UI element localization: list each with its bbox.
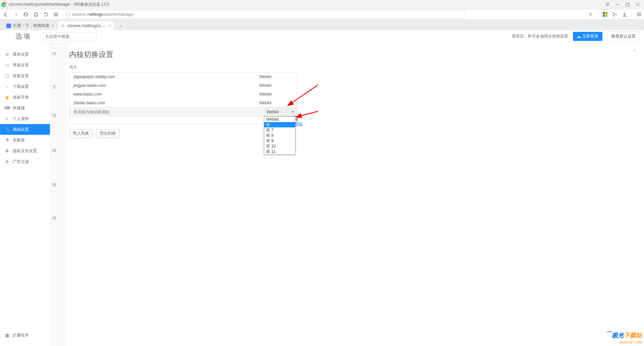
- add-rule-input[interactable]: [69, 108, 264, 116]
- shield-icon: ⊕: [5, 149, 9, 153]
- scissors-icon[interactable]: [612, 12, 618, 17]
- settings-page-title: 选项: [15, 32, 32, 41]
- sidebar-item-advanced[interactable]: 🔧高级设置: [0, 124, 50, 135]
- annotation-arrow-2: [298, 109, 321, 118]
- favicon-baidu: [6, 23, 11, 28]
- section-labels-strip: 内 安 隐 网 网 网: [50, 43, 66, 346]
- engine-option[interactable]: IE 8: [264, 133, 295, 138]
- svg-rect-1: [607, 5, 608, 6]
- panel-title: 内核切换设置: [69, 50, 297, 60]
- rule-row[interactable]: zhidao.baidu.comWebkit: [69, 99, 297, 107]
- flash-icon[interactable]: [588, 12, 593, 17]
- nav-reload-button[interactable]: [23, 11, 29, 17]
- sidebar-item-tabs[interactable]: ▢标签设置: [0, 70, 50, 81]
- sidebar-item-extensions[interactable]: ▦扩展程序: [0, 330, 50, 341]
- svg-rect-3: [626, 3, 629, 6]
- settings-search[interactable]: [43, 33, 97, 41]
- rule-row[interactable]: www.baidu.comWebkit: [69, 90, 297, 99]
- nav-favorite-button[interactable]: [53, 11, 59, 17]
- window-close-button[interactable]: [633, 0, 643, 9]
- settings-header: 选项 登录后，即可多端同步您的设置 立即登录 恢复默认设置: [0, 30, 644, 43]
- nav-home-button[interactable]: [33, 11, 39, 17]
- address-url: chrome://settings/switcherManage: [72, 12, 133, 17]
- svg-point-13: [62, 25, 63, 26]
- address-bar[interactable]: chrome://settings/switcherManage: [63, 10, 466, 18]
- import-list-button[interactable]: 导入列表: [69, 129, 93, 138]
- nav-forward-button[interactable]: [13, 11, 19, 17]
- login-button[interactable]: 立即登录: [573, 32, 602, 41]
- table-footer-row: [69, 116, 297, 124]
- tab-settings[interactable]: chrome://settings/switcherM ×: [57, 21, 114, 30]
- engine-dropdown-menu: Webkit IE IE 7 IE 8 IE 9 IE 10 IE 11: [264, 116, 296, 155]
- window-minimize-button[interactable]: [612, 0, 623, 9]
- tab-icon: ▢: [5, 73, 9, 78]
- main-area: ◎基本设置 ▭界面设置 ▢标签设置 ↓下载设置 ☝鼠标手势 ⌨快捷键 ☺个人资料…: [0, 43, 644, 346]
- site-shield-icon: [66, 12, 70, 17]
- tab-baidu[interactable]: 百度一下，你就知道 ×: [3, 21, 57, 30]
- keyboard-icon: ⌨: [5, 106, 9, 110]
- sidebar-item-privacy[interactable]: ⊕隐私安全设置: [0, 146, 50, 156]
- reset-defaults-button[interactable]: 恢复默认设置: [607, 32, 640, 41]
- microsoft-icon[interactable]: [603, 12, 607, 17]
- chevron-down-icon: ▼: [291, 110, 294, 114]
- engine-option[interactable]: Webkit: [264, 117, 295, 122]
- menu-icon[interactable]: [637, 12, 641, 17]
- sidebar-item-shortcut[interactable]: ⌨快捷键: [0, 103, 50, 113]
- engine-option[interactable]: IE 11: [264, 149, 295, 154]
- engine-option[interactable]: IE: [264, 122, 295, 127]
- settings-sidebar: ◎基本设置 ▭界面设置 ▢标签设置 ↓下载设置 ☝鼠标手势 ⌨快捷键 ☺个人资料…: [0, 43, 50, 346]
- tab-close-icon[interactable]: ×: [109, 23, 111, 28]
- window-title: chrome://settings/switcherManage - 360极速…: [9, 2, 109, 7]
- sync-hint-text: 登录后，即可多端同步您的设置: [512, 34, 568, 39]
- engine-option[interactable]: IE 10: [264, 143, 295, 149]
- nav-toolbar: chrome://settings/switcherManage: [0, 9, 644, 19]
- flask-icon: ⚗: [5, 138, 9, 142]
- new-tab-button[interactable]: +: [116, 22, 126, 30]
- add-rule-row: Webkit ▼ Webkit IE IE 7 IE 8 IE 9 IE 10 …: [69, 108, 297, 116]
- divider: [598, 12, 598, 17]
- app-icon: [1, 2, 7, 7]
- tab-strip: 百度一下，你就知道 × chrome://settings/switcherM …: [0, 19, 644, 30]
- sidebar-item-ui[interactable]: ▭界面设置: [0, 60, 50, 70]
- settings-content: × 内核切换设置 域名 digitalpaper.stdaily.comWebk…: [66, 43, 644, 346]
- window-extension-icon[interactable]: [602, 0, 612, 9]
- tab-close-icon[interactable]: ×: [51, 23, 54, 28]
- user-icon: ☺: [5, 116, 9, 121]
- svg-line-9: [614, 13, 617, 15]
- engine-option[interactable]: IE 9: [264, 138, 295, 143]
- rule-row[interactable]: jingyan.baidu.comWebkit: [69, 81, 297, 90]
- help-link[interactable]: 帮助: [294, 121, 303, 127]
- rule-row[interactable]: digitalpaper.stdaily.comWebkit: [69, 72, 297, 81]
- gear-icon: [60, 23, 65, 28]
- window-titlebar: chrome://settings/switcherManage - 360极速…: [0, 0, 644, 9]
- block-icon: ⊘: [5, 159, 9, 164]
- nav-back-button[interactable]: [3, 11, 9, 17]
- mouse-icon: ☝: [5, 95, 9, 100]
- window-icon: ▭: [5, 63, 9, 67]
- domain-column-header: 域名: [69, 64, 297, 70]
- wrench-icon: 🔧: [5, 127, 9, 132]
- divider: [632, 12, 632, 17]
- sidebar-item-lab[interactable]: ⚗实验室: [0, 135, 50, 146]
- panel-close-icon[interactable]: ×: [633, 48, 636, 54]
- sidebar-item-download[interactable]: ↓下载设置: [0, 81, 50, 92]
- puzzle-icon: ▦: [5, 333, 9, 338]
- gear-icon: ◎: [5, 52, 9, 57]
- watermark: ⌒极光下载站 www.xz7.com: [604, 330, 642, 344]
- window-maximize-button[interactable]: [623, 0, 633, 9]
- svg-line-17: [300, 111, 318, 116]
- settings-search-input[interactable]: [45, 34, 96, 39]
- sidebar-item-basic[interactable]: ◎基本设置: [0, 49, 50, 60]
- export-list-button[interactable]: 导出列表: [96, 129, 119, 138]
- download-icon[interactable]: [622, 12, 627, 17]
- sidebar-item-adblock[interactable]: ⊘广告过滤: [0, 156, 50, 167]
- svg-rect-0: [606, 3, 608, 5]
- download-icon: ↓: [5, 84, 9, 89]
- sidebar-item-mouse[interactable]: ☝鼠标手势: [0, 92, 50, 103]
- engine-select-dropdown[interactable]: Webkit ▼ Webkit IE IE 7 IE 8 IE 9 IE 10 …: [264, 108, 297, 116]
- rules-table: digitalpaper.stdaily.comWebkit jingyan.b…: [69, 72, 297, 108]
- nav-undo-button[interactable]: [43, 11, 49, 17]
- sidebar-item-profile[interactable]: ☺个人资料: [0, 113, 50, 124]
- svg-line-8: [614, 13, 617, 16]
- engine-option[interactable]: IE 7: [264, 127, 295, 133]
